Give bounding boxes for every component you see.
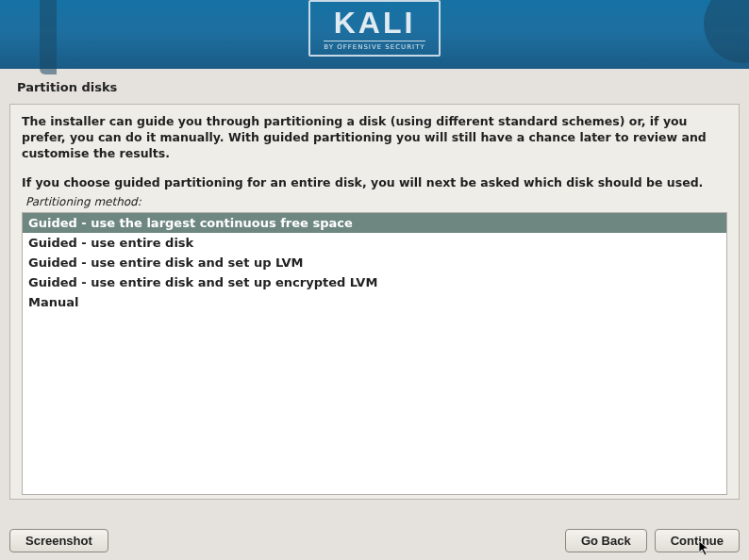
screenshot-button[interactable]: Screenshot (9, 529, 108, 552)
header-banner: KALI BY OFFENSIVE SECURITY (0, 0, 749, 69)
option-manual[interactable]: Manual (23, 292, 726, 312)
option-guided-entire-disk[interactable]: Guided - use entire disk (23, 233, 726, 253)
button-row: Screenshot Go Back Continue (0, 529, 749, 552)
page-title: Partition disks (0, 69, 749, 98)
logo-text: KALI (334, 8, 416, 38)
partitioning-method-listbox[interactable]: Guided - use the largest continuous free… (22, 212, 727, 495)
partitioning-method-label: Partitioning method: (25, 195, 727, 208)
main-panel: The installer can guide you through part… (9, 104, 740, 500)
kali-logo: KALI BY OFFENSIVE SECURITY (308, 0, 440, 57)
continue-button[interactable]: Continue (655, 529, 740, 552)
svg-rect-0 (40, 0, 57, 74)
instruction-paragraph-1: The installer can guide you through part… (22, 114, 727, 162)
option-guided-encrypted-lvm[interactable]: Guided - use entire disk and set up encr… (23, 272, 726, 292)
instruction-paragraph-2: If you choose guided partitioning for an… (22, 175, 727, 191)
go-back-button[interactable]: Go Back (565, 529, 647, 552)
logo-tagline: BY OFFENSIVE SECURITY (324, 41, 424, 51)
banner-decoration-left (0, 0, 57, 69)
option-guided-lvm[interactable]: Guided - use entire disk and set up LVM (23, 253, 726, 272)
banner-decoration-right (692, 0, 749, 69)
option-guided-free-space[interactable]: Guided - use the largest continuous free… (23, 213, 726, 233)
svg-point-1 (704, 0, 749, 63)
